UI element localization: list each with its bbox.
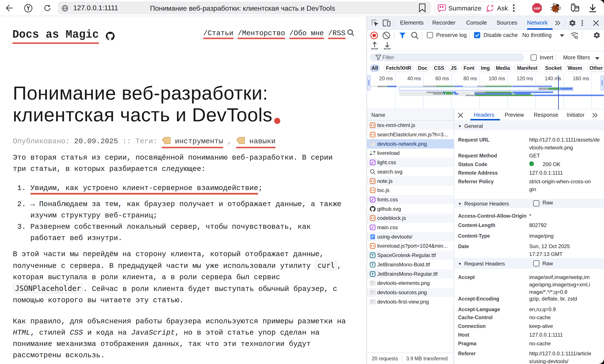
- svg-text:ABP: ABP: [534, 7, 541, 10]
